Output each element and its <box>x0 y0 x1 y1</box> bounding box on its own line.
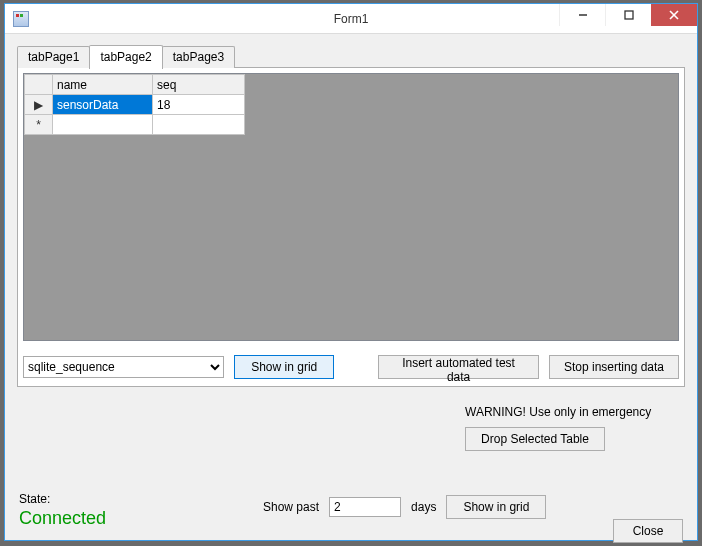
warning-block: WARNING! Use only in emergency Drop Sele… <box>465 405 651 451</box>
row-indicator-current: ▶ <box>25 95 53 115</box>
tab-content: name seq ▶ sensorData 18 * <box>17 67 685 387</box>
grid-header-name[interactable]: name <box>53 75 153 95</box>
close-button[interactable]: Close <box>613 519 683 543</box>
row-indicator-new: * <box>25 115 53 135</box>
drop-table-button[interactable]: Drop Selected Table <box>465 427 605 451</box>
datagrid-container[interactable]: name seq ▶ sensorData 18 * <box>23 73 679 341</box>
state-label: State: <box>19 492 106 506</box>
maximize-icon <box>624 10 634 20</box>
window-close-button[interactable] <box>651 4 697 26</box>
stop-inserting-button[interactable]: Stop inserting data <box>549 355 679 379</box>
cell-empty[interactable] <box>153 115 245 135</box>
lower-panel: WARNING! Use only in emergency Drop Sele… <box>17 387 685 546</box>
insert-test-data-button[interactable]: Insert automated test data <box>378 355 539 379</box>
grid-corner[interactable] <box>25 75 53 95</box>
tabstrip: tabPage1 tabPage2 tabPage3 <box>17 44 685 68</box>
svg-rect-1 <box>625 11 633 19</box>
days-input[interactable] <box>329 497 401 517</box>
show-past-label: Show past <box>263 500 319 514</box>
tab-page3[interactable]: tabPage3 <box>162 46 235 68</box>
table-row-new[interactable]: * <box>25 115 245 135</box>
show-past-row: Show past days Show in grid <box>263 495 546 519</box>
show-past-in-grid-button[interactable]: Show in grid <box>446 495 546 519</box>
cell-empty[interactable] <box>53 115 153 135</box>
minimize-icon <box>578 10 588 20</box>
titlebar[interactable]: Form1 <box>5 4 697 34</box>
grid-button-row: sqlite_sequence Show in grid Insert auto… <box>23 355 679 379</box>
cell-name[interactable]: sensorData <box>53 95 153 115</box>
maximize-button[interactable] <box>605 4 651 26</box>
minimize-button[interactable] <box>559 4 605 26</box>
client-area: tabPage1 tabPage2 tabPage3 name seq ▶ se… <box>5 34 697 540</box>
state-block: State: Connected <box>19 492 106 529</box>
show-in-grid-button[interactable]: Show in grid <box>234 355 334 379</box>
warning-text: WARNING! Use only in emergency <box>465 405 651 419</box>
grid-header-seq[interactable]: seq <box>153 75 245 95</box>
table-select[interactable]: sqlite_sequence <box>23 356 224 378</box>
datagrid[interactable]: name seq ▶ sensorData 18 * <box>24 74 245 135</box>
tab-page1[interactable]: tabPage1 <box>17 46 90 68</box>
app-icon <box>13 11 29 27</box>
window-frame: Form1 tabPage1 tabPage2 tabPage3 <box>4 3 698 541</box>
tab-page2[interactable]: tabPage2 <box>89 45 162 69</box>
state-value: Connected <box>19 508 106 529</box>
close-icon <box>668 9 680 21</box>
cell-seq[interactable]: 18 <box>153 95 245 115</box>
table-row[interactable]: ▶ sensorData 18 <box>25 95 245 115</box>
days-label: days <box>411 500 436 514</box>
